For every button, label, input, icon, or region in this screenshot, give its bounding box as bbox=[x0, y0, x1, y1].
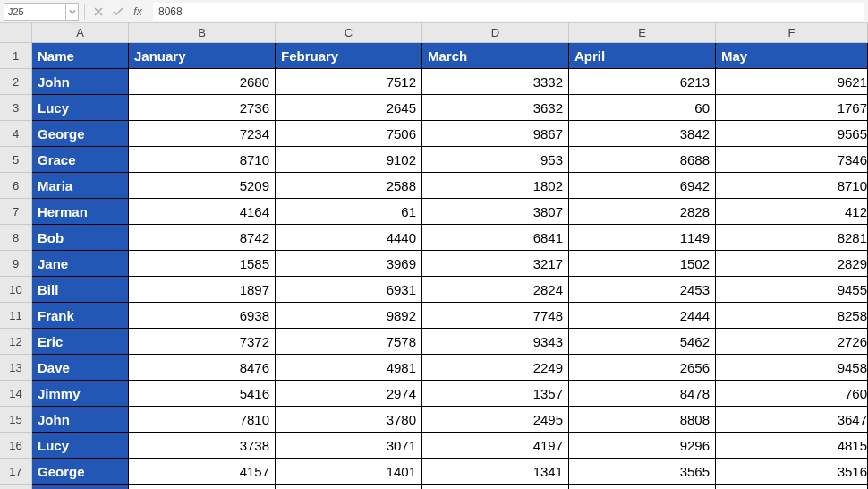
col-header-c[interactable]: C bbox=[276, 23, 422, 43]
data-cell[interactable]: 1585 bbox=[129, 251, 276, 277]
data-cell[interactable]: 1357 bbox=[422, 381, 569, 407]
data-cell[interactable]: 60 bbox=[569, 95, 716, 121]
name-cell[interactable]: George bbox=[32, 459, 129, 485]
data-cell[interactable]: 2828 bbox=[569, 199, 716, 225]
name-cell[interactable]: Lucy bbox=[32, 95, 129, 121]
row-header[interactable]: 3 bbox=[0, 95, 32, 121]
name-cell[interactable]: Bob bbox=[32, 225, 129, 251]
data-cell[interactable]: 9296 bbox=[569, 433, 716, 459]
row-header[interactable]: 17 bbox=[0, 459, 32, 485]
name-cell[interactable]: John bbox=[32, 69, 129, 95]
data-cell[interactable]: 7496 bbox=[129, 485, 276, 489]
formula-input[interactable] bbox=[153, 3, 864, 21]
data-cell[interactable]: 3565 bbox=[569, 459, 716, 485]
data-cell[interactable]: 2974 bbox=[276, 381, 422, 407]
row-header[interactable]: 7 bbox=[0, 199, 32, 225]
data-cell[interactable]: 4197 bbox=[422, 433, 569, 459]
data-cell[interactable]: 3516 bbox=[716, 459, 868, 485]
data-cell[interactable]: 2453 bbox=[569, 277, 716, 303]
data-cell[interactable]: 1767 bbox=[716, 95, 868, 121]
data-cell[interactable]: 7372 bbox=[129, 329, 276, 355]
data-cell[interactable]: 3738 bbox=[129, 433, 276, 459]
data-cell[interactable]: 9621 bbox=[716, 69, 868, 95]
data-cell[interactable]: 8710 bbox=[129, 147, 276, 173]
data-cell[interactable]: 1401 bbox=[276, 459, 422, 485]
header-cell[interactable]: Name bbox=[32, 43, 129, 69]
data-cell[interactable]: 1149 bbox=[569, 225, 716, 251]
select-all-corner[interactable] bbox=[0, 23, 32, 43]
name-cell[interactable]: Bill bbox=[32, 277, 129, 303]
data-cell[interactable]: 4440 bbox=[276, 225, 422, 251]
data-cell[interactable]: 7810 bbox=[129, 407, 276, 433]
row-header[interactable]: 9 bbox=[0, 251, 32, 277]
row-header[interactable]: 13 bbox=[0, 355, 32, 381]
data-cell[interactable]: 3780 bbox=[276, 407, 422, 433]
data-cell[interactable]: 760 bbox=[716, 381, 868, 407]
data-cell[interactable]: 9455 bbox=[716, 277, 868, 303]
row-header[interactable]: 11 bbox=[0, 303, 32, 329]
data-cell[interactable]: 1502 bbox=[569, 251, 716, 277]
col-header-d[interactable]: D bbox=[422, 23, 569, 43]
data-cell[interactable]: 4157 bbox=[129, 459, 276, 485]
data-cell[interactable]: 1802 bbox=[422, 173, 569, 199]
data-cell[interactable]: 6938 bbox=[129, 303, 276, 329]
name-cell[interactable]: Dave bbox=[32, 355, 129, 381]
data-cell[interactable]: 3856 bbox=[276, 485, 422, 489]
data-cell[interactable]: 8742 bbox=[129, 225, 276, 251]
data-cell[interactable]: 9458 bbox=[716, 355, 868, 381]
data-cell[interactable]: 2829 bbox=[716, 251, 868, 277]
name-box-dropdown[interactable] bbox=[66, 3, 79, 21]
name-cell[interactable]: Eric bbox=[32, 329, 129, 355]
row-header[interactable]: 2 bbox=[0, 69, 32, 95]
data-cell[interactable]: 2444 bbox=[569, 303, 716, 329]
name-cell[interactable]: Frank bbox=[32, 303, 129, 329]
data-cell[interactable]: 2726 bbox=[716, 329, 868, 355]
data-cell[interactable]: 7506 bbox=[276, 121, 422, 147]
data-cell[interactable]: 9867 bbox=[422, 121, 569, 147]
name-box[interactable]: J25 bbox=[4, 3, 66, 21]
cancel-icon[interactable] bbox=[90, 4, 106, 20]
data-cell[interactable]: 5416 bbox=[129, 381, 276, 407]
row-header[interactable]: 1 bbox=[0, 43, 32, 69]
col-header-b[interactable]: B bbox=[129, 23, 276, 43]
row-header[interactable]: 12 bbox=[0, 329, 32, 355]
data-cell[interactable]: 1897 bbox=[129, 277, 276, 303]
col-header-f[interactable]: F bbox=[716, 23, 868, 43]
name-cell[interactable]: Jane bbox=[32, 251, 129, 277]
header-cell[interactable]: April bbox=[569, 43, 716, 69]
accept-icon[interactable] bbox=[110, 4, 126, 20]
header-cell[interactable]: March bbox=[422, 43, 569, 69]
row-header[interactable]: 5 bbox=[0, 147, 32, 173]
name-cell[interactable]: John bbox=[32, 407, 129, 433]
row-header[interactable]: 18 bbox=[0, 485, 32, 489]
data-cell[interactable]: 9343 bbox=[422, 329, 569, 355]
fx-icon[interactable]: fx bbox=[130, 4, 146, 20]
data-cell[interactable]: 2680 bbox=[129, 69, 276, 95]
data-cell[interactable]: 8476 bbox=[129, 355, 276, 381]
data-cell[interactable]: 2656 bbox=[569, 355, 716, 381]
row-header[interactable]: 15 bbox=[0, 407, 32, 433]
header-cell[interactable]: February bbox=[276, 43, 422, 69]
data-cell[interactable]: 8478 bbox=[569, 381, 716, 407]
row-header[interactable]: 10 bbox=[0, 277, 32, 303]
data-cell[interactable]: 8688 bbox=[569, 147, 716, 173]
data-cell[interactable]: 2588 bbox=[276, 173, 422, 199]
name-cell[interactable]: Herman bbox=[32, 199, 129, 225]
data-cell[interactable]: 7748 bbox=[422, 303, 569, 329]
data-cell[interactable]: 3647 bbox=[716, 407, 868, 433]
data-cell[interactable]: 6841 bbox=[422, 225, 569, 251]
data-cell[interactable]: 3518 bbox=[716, 485, 868, 489]
row-header[interactable]: 16 bbox=[0, 433, 32, 459]
data-cell[interactable]: 9892 bbox=[276, 303, 422, 329]
data-cell[interactable]: 3842 bbox=[569, 121, 716, 147]
data-cell[interactable]: 8808 bbox=[569, 407, 716, 433]
data-cell[interactable]: 1341 bbox=[422, 459, 569, 485]
header-cell[interactable]: May bbox=[716, 43, 868, 69]
data-cell[interactable]: 2736 bbox=[129, 95, 276, 121]
data-cell[interactable]: 412 bbox=[716, 199, 868, 225]
data-cell[interactable]: 6213 bbox=[569, 69, 716, 95]
header-cell[interactable]: January bbox=[129, 43, 276, 69]
data-cell[interactable]: 3969 bbox=[276, 251, 422, 277]
data-cell[interactable]: 8258 bbox=[716, 303, 868, 329]
data-cell[interactable]: 3632 bbox=[422, 95, 569, 121]
